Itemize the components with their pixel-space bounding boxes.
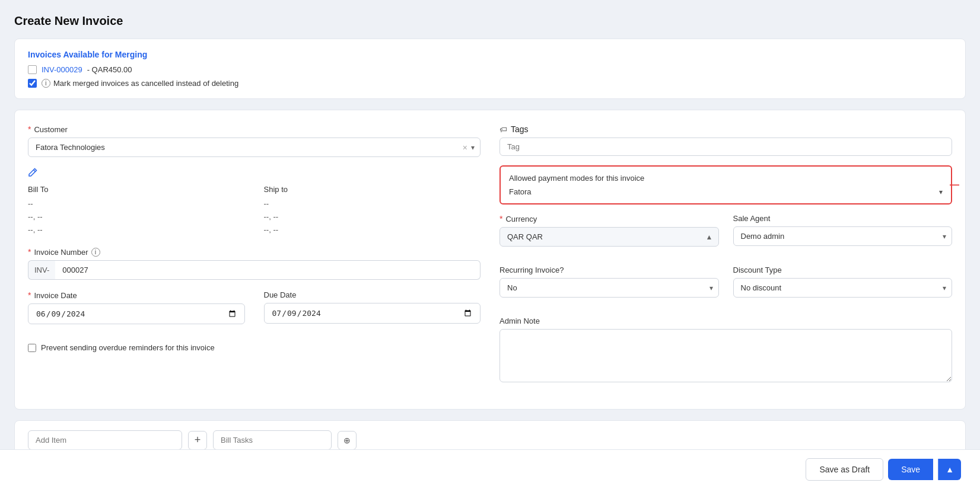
add-item-button[interactable]: + — [188, 431, 207, 450]
invoice-link[interactable]: INV-000029 — [42, 65, 82, 74]
payment-modes-inner: Fatora ▾ — [509, 187, 943, 196]
inv-prefix: INV- — [28, 260, 55, 280]
bill-to-label: Bill To — [28, 185, 245, 194]
bill-tasks-button[interactable]: ⊕ — [338, 431, 357, 450]
right-col: 🏷 Tags Allowed payment modes for this in… — [499, 124, 952, 395]
sale-agent-label: Sale Agent — [733, 214, 953, 223]
sale-agent-select-wrapper: Demo admin ▾ — [733, 226, 953, 246]
bill-to-line1: -- — [28, 197, 245, 210]
currency-input[interactable] — [499, 227, 719, 247]
recurring-discount-row: Recurring Invoice? No ▾ Discount Type — [499, 266, 952, 308]
invoice-date-input[interactable] — [28, 303, 245, 324]
tags-label: Tags — [511, 124, 529, 134]
ship-to-line2: --, -- — [264, 210, 481, 223]
required-star-date: * — [28, 290, 31, 300]
bill-tasks-input[interactable] — [213, 430, 332, 450]
payment-modes-value: Fatora — [509, 187, 939, 196]
form-grid: * Customer × ▾ — [28, 124, 952, 395]
bill-to-line2: --, -- — [28, 210, 245, 223]
left-col: * Customer × ▾ — [28, 124, 481, 395]
invoice-number-info-icon: i — [91, 248, 100, 257]
discount-select[interactable]: No discount — [733, 278, 953, 298]
currency-select-wrapper: ▲ — [499, 227, 719, 247]
merge-invoice-checkbox[interactable] — [28, 65, 37, 74]
ship-to-line1: -- — [264, 197, 481, 210]
required-star-inv: * — [28, 247, 31, 257]
prevent-label: Prevent sending overdue reminders for th… — [41, 343, 215, 352]
cancel-row: i Mark merged invoices as cancelled inst… — [28, 79, 952, 88]
customer-field-group: * Customer × ▾ — [28, 124, 481, 157]
customer-select-wrapper: × ▾ — [28, 138, 481, 157]
save-button[interactable]: Save — [888, 459, 933, 480]
ship-to-col: Ship to -- --, -- --, -- — [264, 185, 481, 236]
required-star-currency: * — [499, 214, 502, 223]
tags-section: 🏷 Tags — [499, 124, 952, 156]
invoice-number-field-group: * Invoice Number i INV- — [28, 247, 481, 280]
required-star: * — [28, 124, 31, 134]
customer-label: * Customer — [28, 124, 481, 134]
currency-sale-agent-row: * Currency ▲ Sale Agent Demo admin — [499, 214, 952, 257]
discount-field-group: Discount Type No discount ▾ — [733, 266, 953, 298]
info-icon: i — [42, 79, 50, 88]
invoice-number-row: INV- — [28, 260, 481, 280]
page-title: Create New Invoice — [14, 14, 966, 28]
sale-agent-field-group: Sale Agent Demo admin ▾ — [733, 214, 953, 247]
currency-label: * Currency — [499, 214, 719, 223]
due-date-input[interactable] — [264, 303, 481, 324]
invoice-date-label: * Invoice Date — [28, 290, 245, 300]
prevent-checkbox[interactable] — [28, 344, 36, 352]
payment-modes-label: Allowed payment modes for this invoice — [509, 174, 943, 183]
ship-to-line3: --, -- — [264, 223, 481, 236]
main-form-section: * Customer × ▾ — [14, 110, 966, 410]
bill-to-line3: --, -- — [28, 223, 245, 236]
prevent-row: Prevent sending overdue reminders for th… — [28, 343, 481, 352]
invoice-amount: - QAR450.00 — [87, 65, 132, 74]
inv-number-input[interactable] — [55, 260, 481, 280]
merge-invoice-row: INV-000029 - QAR450.00 — [28, 65, 952, 74]
cancel-label: i Mark merged invoices as cancelled inst… — [42, 79, 238, 88]
admin-note-textarea[interactable] — [499, 329, 952, 382]
save-chevron-button[interactable]: ▲ — [938, 459, 961, 480]
ship-to-label: Ship to — [264, 185, 481, 194]
payment-modes-box: Allowed payment modes for this invoice F… — [499, 165, 952, 204]
add-item-input[interactable] — [28, 430, 182, 450]
bill-to-col: Bill To -- --, -- --, -- — [28, 185, 245, 236]
invoice-number-label: * Invoice Number i — [28, 247, 481, 257]
payment-modes-chevron-icon[interactable]: ▾ — [939, 188, 943, 196]
recurring-field-group: Recurring Invoice? No ▾ — [499, 266, 719, 298]
recurring-select-wrapper: No ▾ — [499, 278, 719, 298]
currency-field-group: * Currency ▲ — [499, 214, 719, 247]
tags-label-row: 🏷 Tags — [499, 124, 952, 134]
discount-label: Discount Type — [733, 266, 953, 274]
cancel-checkbox[interactable] — [28, 79, 37, 88]
edit-icon[interactable] — [28, 168, 37, 179]
sale-agent-select[interactable]: Demo admin — [733, 226, 953, 246]
due-date-field-group: Due Date — [264, 290, 481, 324]
invoice-date-field-group: * Invoice Date — [28, 290, 245, 324]
merge-heading: Invoices Available for Merging — [28, 50, 952, 59]
recurring-label: Recurring Invoice? — [499, 266, 719, 274]
merge-section: Invoices Available for Merging INV-00002… — [14, 39, 966, 99]
discount-select-wrapper: No discount ▾ — [733, 278, 953, 298]
save-as-draft-button[interactable]: Save as Draft — [806, 458, 883, 481]
dates-row: * Invoice Date Due Date — [28, 290, 481, 335]
tag-input[interactable] — [499, 138, 952, 156]
recurring-select[interactable]: No — [499, 278, 719, 298]
admin-note-field-group: Admin Note — [499, 317, 952, 384]
tag-icon: 🏷 — [499, 125, 507, 134]
remove-icon[interactable]: — — [950, 180, 959, 190]
due-date-label: Due Date — [264, 290, 481, 299]
customer-input[interactable] — [28, 138, 481, 157]
admin-note-label: Admin Note — [499, 317, 952, 325]
bottom-action-bar: Save as Draft Save ▲ — [0, 449, 980, 489]
address-block: Bill To -- --, -- --, -- Ship to -- --, … — [28, 185, 481, 236]
clear-icon[interactable]: × — [463, 143, 467, 152]
